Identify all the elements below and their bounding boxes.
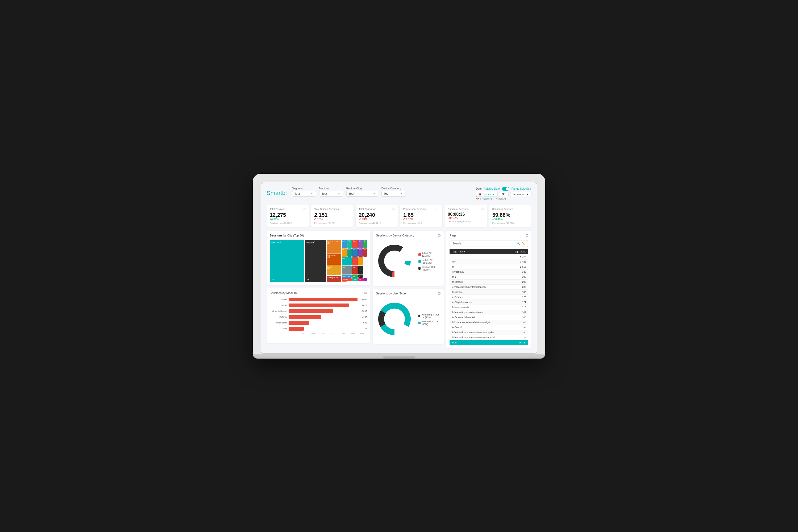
kpi-5-change: +30.48% xyxy=(492,218,528,221)
segment-label: Segment xyxy=(292,187,316,190)
tm-ok3: 0K xyxy=(352,248,358,257)
kpi-pageviews: Total Pageviews ⓘ 20,240 -8.93% Previous… xyxy=(356,205,398,227)
bar-row-organic: Organic Search 2 207 xyxy=(270,309,367,313)
date-number[interactable]: 30 xyxy=(499,192,509,197)
page-search-input[interactable] xyxy=(453,242,515,245)
kpi-4-title: Duration / Sessions xyxy=(448,208,469,210)
kpi-0-info: ⓘ xyxy=(303,207,306,211)
medium-info-icon: ⓘ xyxy=(364,291,367,295)
date-unit[interactable]: Semaines ▼ xyxy=(510,192,531,197)
kpi-total-sessions: Total Sessions ⓘ 12,275 +4.89% Previous … xyxy=(267,205,309,227)
kpi-1-info: ⓘ xyxy=(348,207,350,211)
tm-ok5: 0K xyxy=(363,248,367,257)
kpi-2-title: Total Pageviews xyxy=(359,208,376,210)
page-row-12: /en/accomplishments/ 106 xyxy=(450,315,528,320)
medium-value: Tout xyxy=(322,192,327,195)
tm-she: She... xyxy=(342,266,352,274)
tm-be: Be... xyxy=(358,278,363,281)
logo: Smartbi xyxy=(267,190,287,196)
usertype-donut-area: Returning Visitor 2K (17%) New Visitor 1… xyxy=(376,298,440,341)
page-total-row: Total 20 240 xyxy=(450,340,528,345)
dernier-btn[interactable]: 📅 Dernier ▼ xyxy=(476,192,497,197)
tm-quebec: Quebec City0K xyxy=(327,240,341,253)
bar-row-social: Social 3 026 xyxy=(270,304,367,307)
header: Smartbi Segment Tout ▼ Medium Tout xyxy=(267,187,531,201)
device-arrow: ▼ xyxy=(400,192,402,195)
region-filter: Region (City) Tout ▼ xyxy=(346,187,378,196)
main-grid: Sessions by City (Top 30) Montreal2K ( xyxy=(267,231,531,348)
tm-x2 xyxy=(342,281,347,282)
city-card: Sessions by City (Top 30) Montreal2K ( xyxy=(267,231,370,285)
bar-row-paid: Paid Search 989 xyxy=(270,321,367,325)
tm-ok2: 0K xyxy=(347,248,352,257)
page-row-16: /fr/realisations-spectaculaires/entrepri… xyxy=(450,335,528,340)
tm-cha: Cha... xyxy=(342,257,352,265)
tm-g1: G... xyxy=(363,240,367,248)
usertype-card-title: Sessions by User Type ⓘ xyxy=(376,292,440,296)
device-card: Sessions by Device Category ⓘ xyxy=(373,231,444,286)
tm-toronto: Toronto xyxy=(342,278,352,281)
tm-far-right: Ash... Atl... Sa... S... G... 0K 0K 0K 0… xyxy=(342,240,367,282)
device-select[interactable]: Tout ▼ xyxy=(381,191,405,196)
col-views-header[interactable]: Page Views xyxy=(508,249,528,254)
page-row-13: /fr/conception-site-web/n?campaignid=...… xyxy=(450,320,528,325)
usertype-legend: Returning Visitor 2K (17%) New Visitor 1… xyxy=(418,314,440,326)
kpi-3-title: Pageviews / Sessions xyxy=(403,208,427,210)
kpi-1-prev: Previous year (2,175.) xyxy=(314,222,350,224)
tm-ok1: 0K xyxy=(342,248,347,257)
page-row-3: /en/contact/ 345 xyxy=(450,269,528,274)
medium-select[interactable]: Tout ▼ xyxy=(319,191,343,196)
region-value: Tout xyxy=(349,192,354,195)
dashboard: Smartbi Segment Tout ▼ Medium Tout xyxy=(261,182,537,353)
medium-label: Medium xyxy=(319,187,343,190)
city-card-title: Sessions by City (Top 30) xyxy=(270,234,367,237)
region-label: Region (City) xyxy=(346,187,378,190)
segment-select[interactable]: Tout ▼ xyxy=(292,191,316,196)
medium-filter: Medium Tout ▼ xyxy=(319,187,343,196)
logo-text: Smart xyxy=(267,190,282,196)
date-section: Date Relative Date Range Selection 📅 Der… xyxy=(476,187,531,201)
tm-sain: Sain... xyxy=(352,275,358,278)
tm-ok4: 0K xyxy=(358,248,363,257)
page-row-15: /fr/realisations-spectaculaires/Entrepri… xyxy=(450,330,528,335)
page-row-8: /en/career/ 126 xyxy=(450,294,528,300)
page-row-1: /en/ 3 426 xyxy=(450,259,528,264)
tm-levis: Levis xyxy=(352,278,358,281)
kpi-5-info: ⓘ xyxy=(526,207,528,211)
device-donut-area: tablet 0K (2.73%) mobile 5K (38.51%) des… xyxy=(376,240,440,283)
bar-row-other: Other 748 xyxy=(270,327,367,331)
tm-shanghai: Shanghai 0K xyxy=(327,276,341,282)
tm-ashburn: Ash... xyxy=(342,240,347,248)
kpi-1-title: Total Organic Sessions xyxy=(314,208,339,210)
device-legend-mobile: mobile 5K (38.51%) xyxy=(418,259,440,264)
segment-arrow: ▼ xyxy=(311,192,313,195)
device-card-title: Sessions by Device Category ⓘ xyxy=(376,234,440,238)
relative-date-label: Relative Date xyxy=(484,187,500,190)
page-search-box[interactable]: 🔍 ✏️ xyxy=(450,240,528,247)
device-filter: Device Category Tout ▼ xyxy=(381,187,405,196)
kpi-4-value: 00:00:36 xyxy=(448,212,483,217)
kpi-bounces: Bounces / Sessions ⓘ 59.68% +30.48% Prev… xyxy=(489,205,531,227)
page-row-14: /en/team/ 98 xyxy=(450,325,528,330)
laptop-base xyxy=(253,354,545,359)
page-row-10: /fr/services-web/ 116 xyxy=(450,305,528,310)
filters-bar: Segment Tout ▼ Medium Tout ▼ xyxy=(292,187,471,196)
date-label: Date xyxy=(476,187,482,190)
usertype-card: Sessions by User Type ⓘ xyxy=(373,289,444,344)
sort-arrow: ▼ xyxy=(464,251,466,253)
bar-fill-organic xyxy=(289,309,333,313)
edit-icon[interactable]: ✏️ xyxy=(521,242,525,245)
device-info-icon: ⓘ xyxy=(438,234,440,238)
region-select[interactable]: Tout ▼ xyxy=(346,191,378,196)
laptop-screen: Smartbi Segment Tout ▼ Medium Tout xyxy=(261,182,537,354)
kpi-4-change: -40.16% xyxy=(448,216,483,220)
col-path-header[interactable]: Page Path ▼ xyxy=(450,249,508,254)
usertype-legend-returning: Returning Visitor 2K (17%) xyxy=(418,314,440,319)
page-row-6: /en/accomplishments/entreprise/ 208 xyxy=(450,284,528,289)
date-toggle[interactable] xyxy=(502,187,509,191)
page-info-icon: ⓘ xyxy=(526,234,528,238)
kpi-pv-sessions: Pageviews / Sessions ⓘ 1.65 -19.37% Prev… xyxy=(400,205,442,227)
bar-fill-referral xyxy=(289,315,321,319)
laptop-frame: Smartbi Segment Tout ▼ Medium Tout xyxy=(253,174,545,359)
page-row-4: /fr/a 300 xyxy=(450,274,528,279)
